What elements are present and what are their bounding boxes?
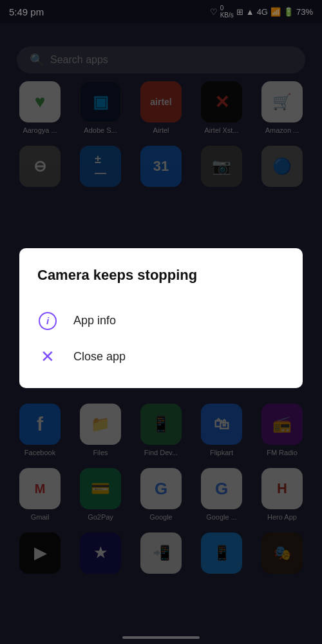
- app-info-icon-wrapper: i: [37, 311, 58, 331]
- x-icon: ✕: [39, 348, 57, 366]
- close-app-icon-wrapper: ✕: [37, 347, 58, 367]
- close-app-label: Close app: [73, 350, 126, 364]
- app-info-option[interactable]: i App info: [37, 303, 285, 339]
- app-info-label: App info: [73, 314, 116, 327]
- info-circle-icon: i: [39, 312, 57, 330]
- camera-error-dialog: Camera keeps stopping i App info ✕ Close…: [19, 248, 303, 388]
- close-app-option[interactable]: ✕ Close app: [37, 339, 285, 375]
- dialog-title: Camera keeps stopping: [37, 266, 285, 285]
